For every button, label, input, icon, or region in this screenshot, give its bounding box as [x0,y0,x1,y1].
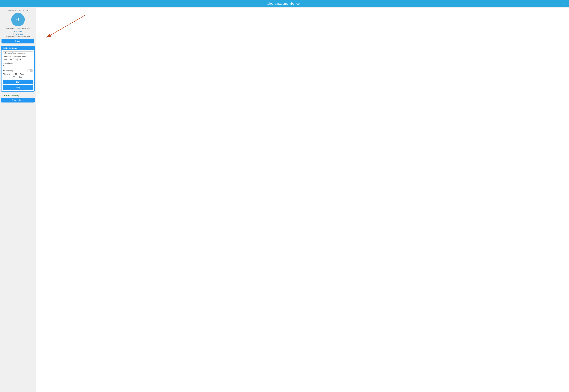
how-to-use-link[interactable]: How to use [1,33,34,35]
sleep-every-label: Sleep every [3,73,13,75]
menu-icon[interactable]: ⋮ [563,2,567,6]
to-input[interactable] [17,58,23,61]
start-button[interactable]: Start [3,80,33,84]
content-area [36,7,569,392]
from-input[interactable] [8,58,14,61]
app-logo [11,13,25,26]
version-text: Updated to 3.5.2 / 16 March 2021 [1,28,34,30]
adder-settings-body: Delay interval between adds From To User… [1,50,34,91]
support-email: help@telegramaddmember.com [1,36,34,38]
to-label: To [15,59,17,61]
for-row: For Sec [3,76,33,78]
from-label: From [3,59,7,61]
brand-name: Telegramaddmember.com [1,9,34,11]
save-settings-button[interactable]: Save settings [1,98,35,102]
app-title: telegramaddmember.com [267,2,302,5]
timer-status: Timer is running [0,93,36,98]
sleep-row: Enable sleep [3,69,33,72]
enable-sleep-label: Enable sleep [3,70,13,72]
enable-sleep-toggle[interactable] [28,69,33,72]
for-input[interactable] [11,76,18,78]
login-button[interactable]: Login [1,39,34,43]
sidebar: Telegramaddmember.com Updated to 3.5.2 /… [0,7,36,392]
stop-button[interactable]: Stop [3,85,33,90]
runs-label: Runs [20,73,24,75]
sleep-every-input[interactable] [13,73,19,75]
svg-line-1 [46,15,86,38]
for-label: For [8,76,10,78]
adder-settings-header: Adder Settings [1,46,34,50]
delay-label: Delay interval between adds [3,55,33,57]
main-layout: Telegramaddmember.com Updated to 3.5.2 /… [0,7,569,392]
users-to-add-input[interactable] [3,65,33,68]
telegram-icon [14,15,22,24]
adder-settings-panel: Adder Settings Delay interval between ad… [1,46,35,92]
sleep-every-row: Sleep every Runs [3,73,33,75]
delay-row: From To [3,58,33,61]
arrow-svg [42,14,87,43]
topbar: telegramaddmember.com ⋮ [0,0,569,7]
users-to-add-label: Users to add [3,62,33,64]
buy-now-link[interactable]: Buy now [1,30,34,32]
target-url-input[interactable] [3,51,33,54]
sec-label: Sec [19,76,22,78]
annotation-arrow [42,14,87,43]
sidebar-brand: Telegramaddmember.com Updated to 3.5.2 /… [0,7,36,45]
